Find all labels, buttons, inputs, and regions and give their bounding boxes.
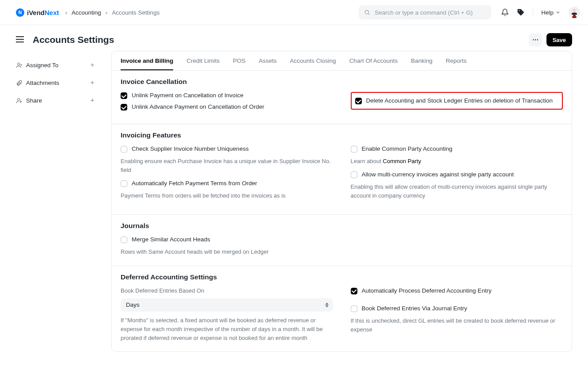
- checkbox-label: Unlink Payment on Cancellation of Invoic…: [132, 92, 243, 99]
- sidebar-item-label: Share: [26, 97, 89, 104]
- tab-chart-of-accounts[interactable]: Chart Of Accounts: [349, 51, 398, 70]
- help-text: Payment Terms from orders will be fetche…: [121, 191, 333, 200]
- plus-icon[interactable]: ＋: [89, 79, 95, 87]
- section-deferred: Deferred Accounting Settings Book Deferr…: [112, 266, 572, 351]
- checkbox-row: Unlink Advance Payment on Cancellation o…: [121, 103, 333, 111]
- checkbox-auto-process-deferred[interactable]: [351, 288, 357, 294]
- sidebar: Assigned To ＋ Attachments ＋ Share ＋: [16, 51, 95, 352]
- search-placeholder: Search or type a command (Ctrl + G): [375, 9, 473, 16]
- checkbox-label: Delete Accounting and Stock Ledger Entri…: [366, 97, 553, 104]
- sidebar-item-label: Attachments: [26, 80, 89, 86]
- menu-button[interactable]: ⋯: [529, 33, 542, 46]
- checkbox-label: Check Supplier Invoice Number Uniqueness: [132, 145, 249, 152]
- tab-accounts-closing[interactable]: Accounts Closing: [290, 51, 336, 70]
- svg-point-2: [519, 10, 520, 11]
- breadcrumb-item[interactable]: Accounting: [72, 9, 101, 16]
- checkbox-row: Automatically Fetch Payment Terms from O…: [121, 180, 333, 187]
- select-book-deferred-based-on[interactable]: Days: [121, 298, 333, 312]
- save-button[interactable]: Save: [546, 33, 572, 46]
- plus-icon[interactable]: ＋: [89, 96, 95, 104]
- tab-pos[interactable]: POS: [233, 51, 246, 70]
- help-text: Enabling ensure each Purchase Invoice ha…: [121, 157, 333, 175]
- checkbox-deferred-via-journal[interactable]: [351, 305, 357, 312]
- svg-point-5: [18, 63, 20, 65]
- help-label: Help: [541, 9, 554, 16]
- breadcrumb-item[interactable]: Accounts Settings: [112, 9, 159, 16]
- checkbox-merge-heads[interactable]: [121, 236, 127, 243]
- section-title: Invoicing Features: [121, 131, 563, 139]
- help-prefix: Learn about: [351, 158, 383, 164]
- checkbox-row: Automatically Process Deferred Accountin…: [351, 287, 563, 294]
- checkbox-multi-currency[interactable]: [351, 172, 357, 178]
- tab-invoice-and-billing[interactable]: Invoice and Billing: [121, 51, 173, 70]
- checkbox-unlink-advance[interactable]: [121, 104, 127, 111]
- sidebar-item-attachments[interactable]: Attachments ＋: [16, 74, 95, 92]
- field-label: Book Deferred Entries Based On: [121, 287, 333, 294]
- checkbox-delete-ledger-entries[interactable]: [355, 98, 362, 104]
- section-title: Invoice Cancellation: [121, 78, 563, 86]
- stepper-icon: [325, 302, 329, 307]
- section-title: Deferred Accounting Settings: [121, 273, 563, 281]
- section-invoicing-features: Invoicing Features Check Supplier Invoic…: [112, 124, 572, 215]
- help-text: Learn about Common Party: [351, 157, 563, 166]
- checkbox-label: Book Deferred Entries Via Journal Entry: [362, 305, 467, 312]
- highlighted-option: Delete Accounting and Stock Ledger Entri…: [351, 92, 563, 110]
- checkbox-auto-fetch-terms[interactable]: [121, 180, 127, 187]
- tab-assets[interactable]: Assets: [259, 51, 277, 70]
- breadcrumb: › Accounting › Accounts Settings: [65, 9, 160, 16]
- ellipsis-icon: ⋯: [532, 36, 539, 43]
- checkbox-supplier-invoice-unique[interactable]: [121, 146, 127, 152]
- hamburger-icon: [16, 36, 24, 42]
- search-icon: [364, 9, 370, 15]
- tag-icon[interactable]: [517, 8, 525, 16]
- page-header: Accounts Settings ⋯ Save: [0, 25, 588, 51]
- sidebar-item-assigned-to[interactable]: Assigned To ＋: [16, 56, 95, 74]
- chevron-right-icon: ›: [106, 9, 108, 16]
- sidebar-item-label: Assigned To: [26, 62, 89, 69]
- user-plus-icon: [16, 62, 23, 69]
- checkbox-common-party[interactable]: [351, 146, 357, 152]
- tab-credit-limits[interactable]: Credit Limits: [186, 51, 220, 70]
- sidebar-item-share[interactable]: Share ＋: [16, 92, 95, 109]
- svg-point-4: [573, 9, 576, 12]
- app-logo[interactable]: N iVendNext: [16, 8, 59, 17]
- checkbox-row: Check Supplier Invoice Number Uniqueness: [121, 145, 333, 152]
- logo-icon: N: [16, 8, 24, 17]
- paperclip-icon: [16, 80, 23, 86]
- tab-banking[interactable]: Banking: [411, 51, 432, 70]
- help-text: Enabling this will allow creation of mul…: [351, 183, 563, 200]
- svg-line-1: [368, 14, 370, 15]
- select-value: Days: [126, 301, 140, 308]
- help-text: If this is unchecked, direct GL entries …: [351, 316, 563, 334]
- help-link[interactable]: Common Party: [383, 158, 421, 164]
- bell-icon[interactable]: [501, 8, 509, 16]
- checkbox-row: Allow multi-currency invoices against si…: [351, 171, 563, 178]
- avatar-icon: [569, 7, 580, 18]
- checkbox-row: Unlink Payment on Cancellation of Invoic…: [121, 92, 333, 99]
- help-text: Rows with Same Account heads will be mer…: [121, 248, 333, 256]
- avatar[interactable]: [569, 7, 580, 18]
- settings-card: Invoice and Billing Credit Limits POS As…: [111, 51, 572, 352]
- checkbox-row: Book Deferred Entries Via Journal Entry: [351, 305, 563, 312]
- checkbox-label: Unlink Advance Payment on Cancellation o…: [132, 103, 264, 110]
- tabs: Invoice and Billing Credit Limits POS As…: [112, 51, 572, 71]
- tab-reports[interactable]: Reports: [446, 51, 467, 70]
- search-input[interactable]: Search or type a command (Ctrl + G): [359, 5, 491, 19]
- chevron-right-icon: ›: [65, 9, 68, 16]
- section-invoice-cancellation: Invoice Cancellation Unlink Payment on C…: [112, 71, 572, 124]
- help-dropdown[interactable]: Help: [541, 9, 561, 16]
- checkbox-unlink-payment[interactable]: [121, 92, 127, 99]
- top-bar: N iVendNext › Accounting › Accounts Sett…: [0, 0, 588, 25]
- checkbox-row: Delete Accounting and Stock Ledger Entri…: [355, 97, 559, 104]
- menu-toggle[interactable]: [16, 36, 24, 44]
- section-journals: Journals Merge Similar Account Heads Row…: [112, 215, 572, 266]
- chevron-down-icon: [555, 10, 561, 15]
- checkbox-label: Automatically Fetch Payment Terms from O…: [132, 180, 257, 187]
- checkbox-label: Merge Similar Account Heads: [132, 236, 210, 243]
- page-title: Accounts Settings: [33, 34, 114, 45]
- checkbox-label: Enable Common Party Accounting: [362, 145, 453, 152]
- checkbox-row: Enable Common Party Accounting: [351, 145, 563, 152]
- plus-icon[interactable]: ＋: [89, 61, 95, 69]
- logo-text-b: Next: [45, 9, 59, 16]
- share-icon: [16, 97, 23, 104]
